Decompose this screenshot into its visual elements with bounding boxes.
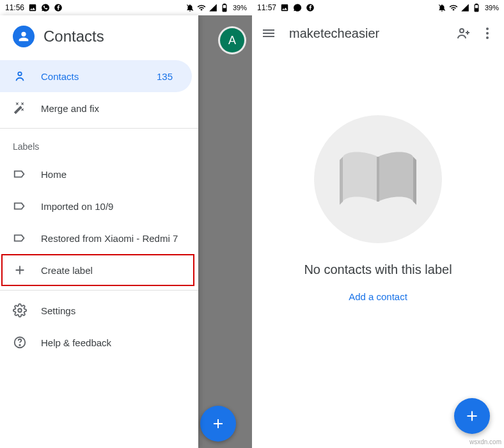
signal-icon [209, 3, 217, 12]
drawer-item-count: 135 [157, 71, 179, 82]
wifi-icon [197, 3, 206, 12]
image-icon [28, 3, 37, 12]
battery-text: 39% [485, 4, 499, 12]
status-time: 11:56 [5, 3, 24, 12]
svg-rect-12 [476, 4, 477, 4]
drawer-item-help[interactable]: Help & feedback [0, 326, 198, 358]
drawer-item-label: Restored from Xiaomi - Redmi 7 [41, 233, 185, 244]
navigation-drawer: Contacts Contacts 135 Merge and fix Labe… [0, 15, 198, 448]
drawer-title: Contacts [43, 28, 104, 45]
battery-text: 39% [233, 4, 247, 12]
wand-icon [13, 101, 27, 115]
wifi-icon [449, 3, 458, 12]
person-icon [13, 69, 27, 83]
label-icon [13, 199, 27, 213]
account-avatar[interactable]: A [220, 28, 244, 52]
drawer-item-label: Contacts [41, 71, 143, 82]
drawer-item-label: Settings [41, 305, 185, 316]
svg-point-6 [18, 308, 22, 312]
facebook-icon [306, 3, 315, 12]
hamburger-icon [261, 26, 276, 41]
battery-icon [472, 3, 481, 12]
svg-point-15 [486, 28, 489, 30]
drawer-label-imported[interactable]: Imported on 10/9 [0, 190, 198, 222]
book-icon [336, 147, 420, 211]
plus-icon [464, 408, 480, 424]
add-person-button[interactable] [454, 24, 472, 42]
screen-label-empty: 11:57 39% maketecheasier [252, 0, 504, 448]
signal-icon [461, 3, 469, 12]
facebook-icon [54, 3, 63, 12]
drawer-item-label: Create label [41, 265, 184, 276]
svg-rect-13 [475, 8, 478, 11]
divider [0, 290, 198, 291]
empty-message: No contacts with this label [304, 262, 452, 277]
drawer-item-merge[interactable]: Merge and fix [0, 92, 198, 124]
drawer-item-label: Home [41, 169, 185, 180]
battery-icon [220, 3, 229, 12]
svg-rect-3 [224, 4, 225, 4]
gear-icon [13, 303, 27, 317]
person-add-icon [455, 26, 471, 41]
more-button[interactable] [478, 24, 496, 42]
svg-point-14 [460, 29, 464, 33]
drawer-item-label: Help & feedback [41, 337, 185, 348]
whatsapp-icon [41, 3, 50, 12]
empty-state: No contacts with this label Add a contac… [252, 115, 504, 302]
drawer-item-label: Imported on 10/9 [41, 201, 185, 212]
fab-add-contact[interactable] [454, 398, 490, 434]
contacts-logo-icon [13, 26, 35, 47]
plus-icon [13, 263, 27, 277]
whatsapp-icon [293, 3, 302, 12]
empty-illustration-bg [314, 115, 442, 243]
status-time: 11:57 [257, 3, 276, 12]
svg-point-5 [18, 72, 22, 76]
labels-section-title: Labels [0, 132, 198, 158]
drawer-item-label: Merge and fix [41, 103, 185, 114]
svg-point-8 [19, 344, 20, 345]
toolbar: maketecheasier [252, 15, 504, 51]
divider [0, 128, 198, 129]
drawer-label-home[interactable]: Home [0, 158, 198, 190]
toolbar-title: maketecheasier [289, 26, 443, 41]
more-vert-icon [480, 26, 495, 41]
screen-contacts-drawer: 11:56 39% A Contacts Contacts 135 [0, 0, 252, 448]
svg-point-16 [486, 32, 489, 35]
plus-icon [210, 416, 226, 431]
drawer-create-label[interactable]: Create label [1, 254, 194, 286]
add-contact-link[interactable]: Add a contact [349, 291, 407, 302]
status-bar: 11:57 39% [252, 0, 504, 15]
drawer-label-restored[interactable]: Restored from Xiaomi - Redmi 7 [0, 222, 198, 254]
drawer-item-contacts[interactable]: Contacts 135 [0, 60, 192, 92]
drawer-item-settings[interactable]: Settings [0, 294, 198, 326]
status-bar: 11:56 39% [0, 0, 252, 15]
watermark: wsxdn.com [469, 438, 501, 445]
image-icon [280, 3, 289, 12]
help-icon [13, 335, 27, 349]
svg-rect-4 [223, 8, 226, 11]
svg-point-17 [486, 36, 489, 39]
drawer-header: Contacts [0, 15, 198, 60]
label-icon [13, 231, 27, 245]
label-icon [13, 167, 27, 181]
menu-button[interactable] [260, 24, 278, 42]
notifications-off-icon [437, 3, 446, 12]
notifications-off-icon [185, 3, 194, 12]
fab-add-behind [200, 406, 236, 442]
